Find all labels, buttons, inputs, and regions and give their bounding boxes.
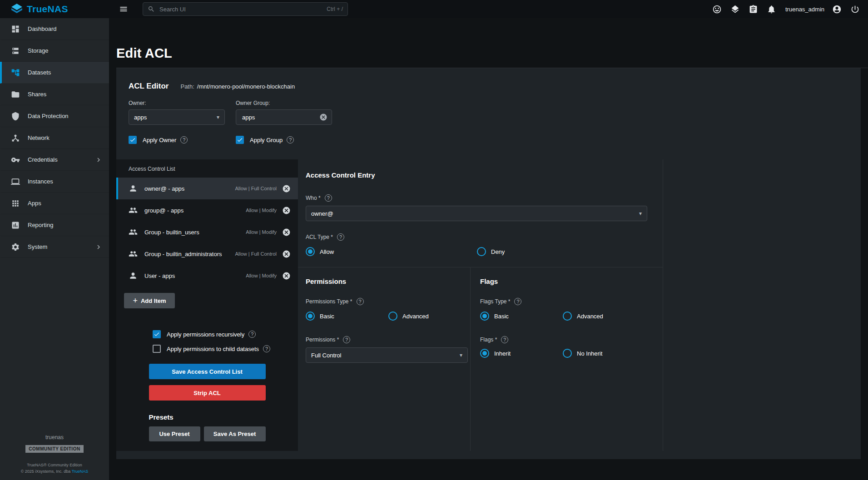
sidebar-item-network[interactable]: Network bbox=[0, 127, 109, 149]
datasets-tree-icon bbox=[11, 68, 20, 77]
edition-badge: COMMUNITY EDITION bbox=[25, 445, 83, 453]
help-icon[interactable]: ? bbox=[501, 336, 508, 343]
running-jobs-button[interactable] bbox=[727, 1, 743, 17]
acl-entry-row[interactable]: group@ - apps Allow | Modify bbox=[116, 199, 298, 221]
remove-entry-icon[interactable] bbox=[282, 206, 291, 215]
sidebar-footer: truenas COMMUNITY EDITION TrueNAS® Commu… bbox=[0, 434, 109, 480]
add-item-button[interactable]: + Add Item bbox=[124, 293, 175, 308]
bar-chart-icon bbox=[11, 221, 20, 230]
owner-group-input[interactable] bbox=[241, 114, 319, 121]
remove-entry-icon[interactable] bbox=[282, 250, 291, 258]
help-icon[interactable]: ? bbox=[180, 136, 188, 144]
presets-section: Presets Use Preset Save As Preset bbox=[149, 413, 266, 441]
permissions-section: Permissions Permissions Type * ? Basic bbox=[298, 267, 471, 451]
remove-entry-icon[interactable] bbox=[282, 272, 291, 280]
permissions-label-text: Permissions * bbox=[306, 336, 339, 343]
owner-select[interactable]: apps ▾ bbox=[129, 109, 225, 125]
acl-entry-row[interactable]: Group - builtin_administrators Allow | F… bbox=[116, 243, 298, 265]
truenas-logo[interactable]: TrueNAS bbox=[0, 3, 109, 15]
acl-type-deny-radio[interactable]: Deny bbox=[477, 247, 505, 256]
acl-entry-permission: Allow | Full Control bbox=[235, 251, 277, 257]
apply-owner-checkbox[interactable]: Apply Owner ? bbox=[129, 136, 236, 144]
product-line: TrueNAS® Community Edition bbox=[27, 463, 82, 467]
alerts-button[interactable] bbox=[764, 1, 779, 17]
strip-acl-button[interactable]: Strip ACL bbox=[149, 385, 266, 401]
sidebar-item-dashboard[interactable]: Dashboard bbox=[0, 18, 109, 40]
owner-group-field: Owner Group: bbox=[236, 100, 332, 125]
acl-entry-who: owner@ - apps bbox=[144, 185, 184, 192]
apply-group-checkbox[interactable]: Apply Group ? bbox=[236, 136, 294, 144]
help-icon[interactable]: ? bbox=[514, 298, 521, 305]
acl-type-allow-radio[interactable]: Allow bbox=[306, 247, 477, 256]
acl-entry-row[interactable]: User - apps Allow | Modify bbox=[116, 265, 298, 287]
owner-field: Owner: apps ▾ bbox=[129, 100, 225, 125]
flags-inherit-radio[interactable]: Inherit bbox=[480, 349, 563, 358]
remove-entry-icon[interactable] bbox=[282, 184, 291, 193]
bell-icon bbox=[767, 5, 776, 14]
shield-icon bbox=[11, 112, 20, 121]
sidebar-item-storage[interactable]: Storage bbox=[0, 40, 109, 62]
use-preset-button[interactable]: Use Preset bbox=[149, 426, 200, 441]
permissions-type-label: Permissions Type * ? bbox=[306, 298, 461, 305]
sidebar-item-label: Datasets bbox=[28, 69, 51, 76]
flags-type-advanced-radio[interactable]: Advanced bbox=[563, 312, 603, 321]
permissions-type-basic-radio[interactable]: Basic bbox=[306, 312, 388, 321]
storage-icon bbox=[11, 46, 20, 55]
clear-input-icon[interactable] bbox=[319, 113, 327, 121]
flags-heading: Flags bbox=[480, 277, 654, 285]
truenas-link[interactable]: TrueNAS bbox=[72, 469, 89, 474]
flags-type-basic-radio[interactable]: Basic bbox=[480, 312, 563, 321]
permissions-type-advanced-radio[interactable]: Advanced bbox=[388, 312, 429, 321]
flags-no-inherit-radio[interactable]: No Inherit bbox=[563, 349, 602, 358]
group-icon bbox=[129, 206, 138, 215]
remove-entry-icon[interactable] bbox=[282, 228, 291, 237]
ace-heading: Access Control Entry bbox=[306, 171, 652, 179]
inherit-label: Inherit bbox=[494, 350, 511, 357]
child-datasets-checkbox[interactable]: Apply permissions to child datasets ? bbox=[153, 345, 298, 353]
sidebar-item-instances[interactable]: Instances bbox=[0, 171, 109, 193]
sidebar-item-reporting[interactable]: Reporting bbox=[0, 214, 109, 236]
feedback-button[interactable] bbox=[709, 1, 724, 17]
help-icon[interactable]: ? bbox=[357, 298, 364, 305]
user-menu-button[interactable] bbox=[829, 1, 844, 17]
sidebar-item-apps[interactable]: Apps bbox=[0, 193, 109, 214]
main-content: Edit ACL ACL Editor Path:/mnt/monero-poo… bbox=[109, 18, 868, 480]
monitor-icon bbox=[11, 177, 20, 186]
checkbox-icon bbox=[129, 136, 137, 144]
acl-entry-row[interactable]: owner@ - apps Allow | Full Control bbox=[116, 178, 298, 199]
help-icon[interactable]: ? bbox=[248, 331, 256, 338]
sidebar-item-label: Storage bbox=[28, 47, 49, 54]
save-as-preset-button[interactable]: Save As Preset bbox=[204, 426, 266, 441]
search-input[interactable] bbox=[159, 5, 323, 13]
radio-icon bbox=[306, 312, 315, 321]
chevron-right-icon bbox=[94, 156, 103, 164]
sidebar-item-datasets[interactable]: Datasets bbox=[0, 62, 109, 84]
help-icon[interactable]: ? bbox=[263, 345, 270, 352]
menu-toggle-button[interactable] bbox=[115, 1, 132, 17]
sidebar-item-data-protection[interactable]: Data Protection bbox=[0, 105, 109, 127]
ace-top-section: Access Control Entry Who * ? owner@ ▾ AC… bbox=[298, 159, 663, 256]
group-icon bbox=[129, 249, 138, 258]
sidebar-item-shares[interactable]: Shares bbox=[0, 84, 109, 105]
clipboard-icon bbox=[749, 5, 758, 14]
sidebar-item-system[interactable]: System bbox=[0, 236, 109, 258]
sidebar-item-label: System bbox=[28, 243, 47, 250]
save-acl-button[interactable]: Save Access Control List bbox=[149, 364, 266, 379]
who-select[interactable]: owner@ ▾ bbox=[306, 206, 647, 221]
radio-icon bbox=[480, 349, 489, 358]
advanced-label: Advanced bbox=[577, 313, 603, 320]
help-icon[interactable]: ? bbox=[325, 194, 332, 202]
flags-section: Flags Flags Type * ? Basic bbox=[471, 267, 663, 451]
help-icon[interactable]: ? bbox=[337, 233, 344, 241]
recursive-checkbox[interactable]: Apply permissions recursively ? bbox=[153, 330, 298, 338]
permissions-select[interactable]: Full Control ▾ bbox=[306, 347, 468, 363]
checkbox-icon bbox=[153, 345, 161, 353]
power-button[interactable] bbox=[847, 1, 863, 17]
page-title: Edit ACL bbox=[116, 46, 861, 61]
help-icon[interactable]: ? bbox=[343, 336, 350, 343]
help-icon[interactable]: ? bbox=[287, 136, 294, 144]
acl-entry-row[interactable]: Group - builtin_users Allow | Modify bbox=[116, 221, 298, 243]
acl-entry-permission: Allow | Modify bbox=[246, 273, 277, 278]
sidebar-item-credentials[interactable]: Credentials bbox=[0, 149, 109, 171]
tasks-button[interactable] bbox=[745, 1, 761, 17]
